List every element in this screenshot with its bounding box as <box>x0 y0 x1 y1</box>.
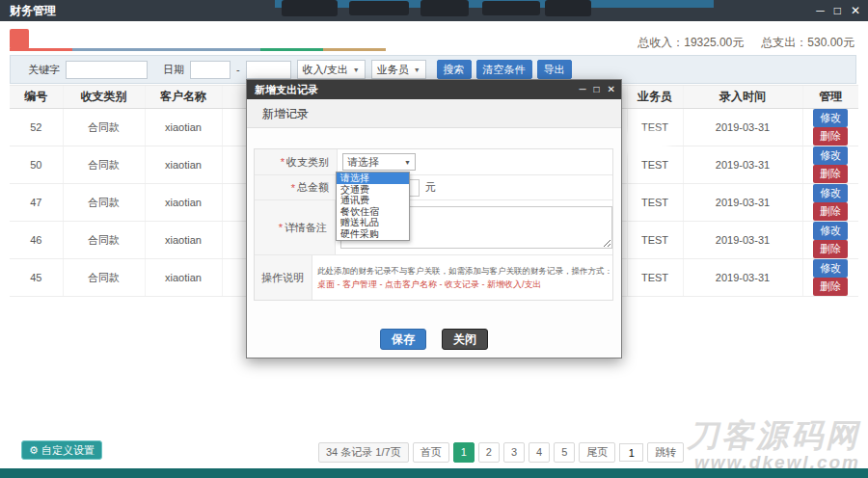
jump-button[interactable]: 跳转 <box>647 442 684 463</box>
modal-actions: 保存 关闭 <box>247 329 621 350</box>
active-tab-icon[interactable] <box>10 29 29 49</box>
required-mark: * <box>291 182 295 194</box>
cell-actions: 修改删除 <box>802 259 858 297</box>
modal-body: * 收支类别 请选择 ▼ * 总金额 <box>247 128 621 358</box>
window-controls: ─ □ ✕ <box>816 0 860 21</box>
cell-salesman: TEST <box>627 259 683 297</box>
app-window: 财务管理 ─ □ ✕ 总收入：19325.00元总支出：530.00元 关键字 … <box>0 0 868 478</box>
cell-id: 47 <box>10 184 63 222</box>
dropdown-option[interactable]: 通讯费 <box>337 195 409 206</box>
cell-actions: 修改删除 <box>802 222 858 259</box>
watermark-line1: 刀客源码网 <box>687 419 860 453</box>
page-button-4[interactable]: 4 <box>529 442 550 463</box>
dropdown-option[interactable]: 硬件采购 <box>337 228 409 240</box>
dropdown-option[interactable]: 交通费 <box>337 184 409 196</box>
cell-customer[interactable]: xiaotian <box>145 259 222 297</box>
header-category: 收支类别 <box>63 86 145 109</box>
dropdown-option[interactable]: 赠送礼品 <box>337 217 409 228</box>
dropdown-option[interactable]: 餐饮住宿 <box>337 206 409 218</box>
close-button[interactable]: 关闭 <box>442 329 488 350</box>
pagination-info: 34 条记录 1/7页 <box>318 442 409 463</box>
edit-button[interactable]: 修改 <box>813 109 848 127</box>
search-button[interactable]: 搜索 <box>437 60 472 79</box>
last-page-button[interactable]: 尾页 <box>579 442 615 463</box>
dropdown-option[interactable]: 请选择 <box>337 173 409 184</box>
page-button-3[interactable]: 3 <box>503 442 525 463</box>
date-separator: - <box>236 64 240 75</box>
edit-button[interactable]: 修改 <box>813 259 848 278</box>
edit-button[interactable]: 修改 <box>813 222 848 240</box>
delete-button[interactable]: 删除 <box>813 202 848 221</box>
date-to-input[interactable] <box>246 61 291 79</box>
header-salesman: 业务员 <box>627 86 683 109</box>
cell-customer[interactable]: xiaotian <box>145 184 222 222</box>
pagination: 34 条记录 1/7页 首页 1 2 3 4 5 尾页 跳转 <box>318 442 684 463</box>
expense-form: * 收支类别 请选择 ▼ * 总金额 <box>254 148 613 301</box>
amount-unit: 元 <box>425 180 436 195</box>
cell-customer[interactable]: xiaotian <box>145 222 222 259</box>
tabline-segment-green <box>260 48 323 51</box>
delete-button[interactable]: 删除 <box>813 165 848 183</box>
modal-titlebar[interactable]: 新增支出记录 ─ □ ✕ <box>247 80 621 99</box>
edit-button[interactable]: 修改 <box>813 146 848 165</box>
page-button-2[interactable]: 2 <box>478 442 500 463</box>
cell-actions: 修改删除 <box>802 146 858 184</box>
date-from-input[interactable] <box>190 61 231 79</box>
salesman-select[interactable]: 业务员 ▼ <box>371 60 426 79</box>
chevron-down-icon: ▼ <box>353 66 360 73</box>
maximize-icon[interactable]: □ <box>834 4 841 17</box>
category-dropdown: 请选择 交通费 通讯费 餐饮住宿 赠送礼品 硬件采购 <box>336 172 410 241</box>
cell-customer[interactable]: xiaotian <box>145 109 222 146</box>
cell-category: 合同款 <box>63 222 145 259</box>
cell-id: 45 <box>10 259 63 297</box>
modal-minimize-icon[interactable]: ─ <box>579 80 585 99</box>
keyword-input[interactable] <box>66 61 148 79</box>
cell-time: 2019-03-31 <box>683 222 802 259</box>
save-button[interactable]: 保存 <box>380 329 426 350</box>
close-icon[interactable]: ✕ <box>851 4 860 17</box>
minimize-icon[interactable]: ─ <box>816 4 825 17</box>
header-id: 编号 <box>10 86 63 109</box>
cell-category: 合同款 <box>63 109 145 146</box>
clear-button[interactable]: 清空条件 <box>476 60 532 79</box>
chevron-down-icon: ▼ <box>414 66 420 73</box>
edit-button[interactable]: 修改 <box>813 184 848 202</box>
required-mark: * <box>281 156 285 168</box>
total-income-label: 总收入： <box>637 36 684 49</box>
page-jump-input[interactable] <box>619 443 643 462</box>
watermark-line2: www.dkewl.com <box>687 453 860 472</box>
category-label: * 收支类别 <box>255 149 338 174</box>
modal-maximize-icon[interactable]: □ <box>594 80 600 99</box>
cell-customer[interactable]: xiaotian <box>145 146 222 184</box>
cell-salesman: TEST <box>627 222 683 259</box>
watermark-artifact <box>482 1 540 15</box>
cell-category: 合同款 <box>63 184 145 222</box>
type-select[interactable]: 收入/支出 ▼ <box>297 60 366 79</box>
totals-summary: 总收入：19325.00元总支出：530.00元 <box>637 35 854 51</box>
category-row: * 收支类别 请选择 ▼ <box>255 149 612 174</box>
delete-button[interactable]: 删除 <box>813 278 848 296</box>
tabline-segment-blue <box>72 48 260 51</box>
cell-time: 2019-03-31 <box>683 259 802 297</box>
category-select[interactable]: 请选择 ▼ <box>342 153 416 171</box>
cell-id: 52 <box>10 109 63 146</box>
total-expense-value: 530.00元 <box>807 36 854 49</box>
export-button[interactable]: 导出 <box>537 60 572 79</box>
delete-button[interactable]: 删除 <box>813 127 848 146</box>
tabline-segment-tan <box>323 48 386 51</box>
note-row: 操作说明 此处添加的财务记录不与客户关联，如需添加与客户关联的财务记录，操作方式… <box>255 254 612 300</box>
page-button-1[interactable]: 1 <box>453 442 475 463</box>
modal-section-header: 新增记录 <box>247 99 621 128</box>
chevron-down-icon: ▼ <box>404 159 411 166</box>
modal-close-icon[interactable]: ✕ <box>608 80 615 99</box>
custom-settings-button[interactable]: ⚙ 自定义设置 <box>21 440 102 460</box>
page-button-5[interactable]: 5 <box>554 442 575 463</box>
amount-label: * 总金额 <box>255 175 338 199</box>
first-page-button[interactable]: 首页 <box>413 442 449 463</box>
date-label: 日期 <box>163 63 184 77</box>
keyword-label: 关键字 <box>28 63 60 77</box>
gear-icon: ⚙ <box>29 444 39 457</box>
delete-button[interactable]: 删除 <box>813 240 848 258</box>
watermark-artifact <box>282 0 338 16</box>
cell-id: 46 <box>10 222 63 259</box>
